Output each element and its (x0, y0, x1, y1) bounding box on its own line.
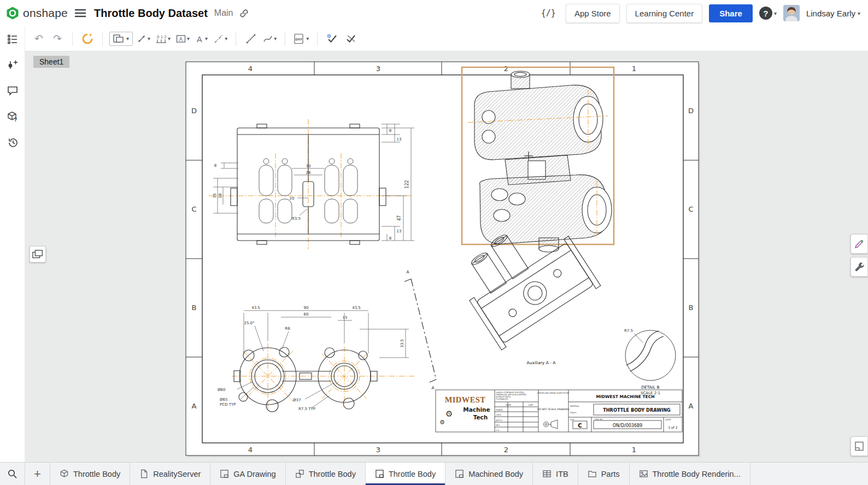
svg-text:B: B (192, 303, 197, 312)
onshape-logo-icon (5, 6, 20, 20)
svg-text:Q.A: Q.A (496, 429, 500, 431)
appearance-panel-button[interactable] (851, 234, 868, 254)
svg-text:R6: R6 (285, 326, 290, 331)
redo-button[interactable]: ↷ (49, 30, 66, 48)
tab-label: ITB (556, 470, 568, 478)
svg-text:Ø37: Ø37 (293, 398, 301, 402)
insert-item-icon[interactable] (5, 57, 20, 73)
dimension-tool[interactable]: ▾ (135, 30, 152, 48)
svg-text:13: 13 (397, 229, 402, 233)
svg-text:25.0°: 25.0° (244, 321, 254, 325)
svg-text:DO NOT SCALE DRAWING: DO NOT SCALE DRAWING (537, 408, 570, 411)
search-icon (7, 469, 17, 479)
tab-throttle-body-drawing-active[interactable]: Throttle Body (366, 463, 445, 485)
drawing-area[interactable]: Sheet1 (25, 51, 868, 462)
svg-text:A: A (179, 36, 183, 42)
svg-text:8: 8 (214, 163, 216, 168)
cube-question-icon[interactable]: ? (5, 109, 20, 124)
insert-view-tool[interactable]: ▾ (109, 32, 133, 46)
svg-text:APPV'D: APPV'D (496, 419, 502, 422)
tab-label: Parts (601, 470, 620, 478)
tab-itb[interactable]: ITB (533, 463, 578, 485)
centerline-tool[interactable]: ▾ (212, 30, 229, 48)
check-edit-tool[interactable] (343, 30, 359, 48)
tools-panel-button[interactable] (851, 257, 868, 277)
svg-text:43.5: 43.5 (251, 306, 260, 310)
sheet-tab[interactable]: Sheet1 (33, 56, 69, 68)
tab-label: GA Drawing (233, 470, 275, 478)
svg-text:2: 2 (504, 446, 508, 454)
svg-text:3: 3 (376, 446, 380, 454)
drawing-toolbar: ↶ ↷ ▾ (25, 26, 868, 51)
spline-tool[interactable]: ▾ (261, 30, 278, 48)
svg-text:13: 13 (397, 137, 402, 142)
svg-text:DWG NO.: DWG NO. (595, 418, 603, 420)
onshape-logo[interactable]: onshape (5, 6, 68, 20)
export-dxf-tool[interactable]: DXF ▾ (292, 30, 310, 48)
tab-throttle-body-assembly[interactable]: Throttle Body (286, 463, 366, 485)
drawing-title: THROTTLE BODY DRAWING (603, 407, 671, 413)
feature-list-icon[interactable] (5, 32, 20, 47)
undo-button[interactable]: ↶ (31, 30, 47, 48)
svg-text:Tech: Tech (473, 414, 488, 420)
svg-text:C: C (191, 205, 196, 213)
tab-parts-folder[interactable]: Parts (578, 463, 630, 485)
svg-text:33.5: 33.5 (400, 339, 404, 348)
svg-text:90: 90 (304, 306, 309, 310)
sheets-panel-button[interactable] (30, 246, 46, 262)
chevron-down-icon: ▾ (858, 10, 860, 16)
search-tabs-button[interactable] (0, 463, 25, 485)
add-tab-button[interactable]: + (25, 463, 50, 485)
history-icon[interactable] (5, 135, 20, 150)
tab-realityserver[interactable]: RealityServer (130, 463, 210, 485)
text-tool[interactable]: A ▾ (193, 30, 210, 48)
gear-icon: ⚙ (439, 419, 445, 426)
tab-ga-drawing[interactable]: GA Drawing (210, 463, 285, 485)
svg-text:4: 4 (248, 65, 253, 73)
ordinate-dimension-tool[interactable]: 0 1 2 ▾ (154, 30, 172, 48)
update-views-icon[interactable] (79, 30, 96, 48)
section-label-top: A (406, 270, 409, 274)
svg-text:C: C (688, 205, 693, 213)
auxiliary-view-label: Auxiliary A - A (527, 360, 556, 365)
svg-text:30: 30 (306, 164, 311, 168)
tab-throttle-body-rendering[interactable]: Throttle Body Renderin... (630, 463, 750, 485)
note-tool[interactable]: A ▾ (174, 30, 191, 48)
share-link-icon[interactable] (239, 9, 249, 18)
svg-text:2: 2 (504, 65, 508, 73)
avatar-image (783, 5, 800, 21)
drawing-sheet-canvas[interactable]: 4 3 2 1 4 3 2 1 D C B A D (25, 51, 868, 462)
feature-script-icon[interactable]: {/} (538, 6, 559, 20)
tab-throttle-body-part-studio[interactable]: Throttle Body (50, 463, 130, 485)
learning-center-button[interactable]: Learning Center (626, 4, 703, 23)
svg-text:1: 1 (632, 65, 636, 73)
help-menu[interactable]: ? ▾ (759, 7, 777, 20)
user-avatar[interactable] (783, 5, 800, 21)
drawing-icon (375, 469, 384, 478)
user-menu[interactable]: Lindsay Early ▾ (806, 9, 860, 18)
check-tool[interactable] (324, 30, 341, 48)
paintbrush-icon (854, 238, 865, 249)
detail-radius-label: R7.5 (624, 329, 633, 333)
svg-text:SHEET: SHEET (665, 419, 672, 421)
user-name: Lindsay Early (806, 9, 855, 18)
line-tool[interactable] (243, 30, 259, 48)
wrench-icon (854, 261, 865, 272)
svg-text:18: 18 (218, 194, 222, 198)
svg-text:8: 8 (389, 128, 391, 133)
drawing-icon (455, 469, 464, 478)
tab-label: RealityServer (153, 470, 201, 478)
tab-machined-body[interactable]: Machined Body (445, 463, 533, 485)
part-studio-icon (60, 469, 69, 478)
tab-label: Machined Body (468, 470, 523, 478)
workspace-name[interactable]: Main (214, 8, 233, 18)
comment-icon[interactable] (5, 83, 20, 98)
app-store-button[interactable]: App Store (566, 4, 620, 23)
share-button[interactable]: Share (709, 4, 753, 22)
svg-text:28: 28 (306, 171, 311, 175)
sheet-page-icon (854, 441, 865, 452)
svg-text:R3.5: R3.5 (292, 217, 301, 221)
main-menu-icon[interactable] (74, 9, 86, 17)
svg-text:122: 122 (404, 180, 409, 188)
sheet-settings-button[interactable] (851, 436, 868, 456)
